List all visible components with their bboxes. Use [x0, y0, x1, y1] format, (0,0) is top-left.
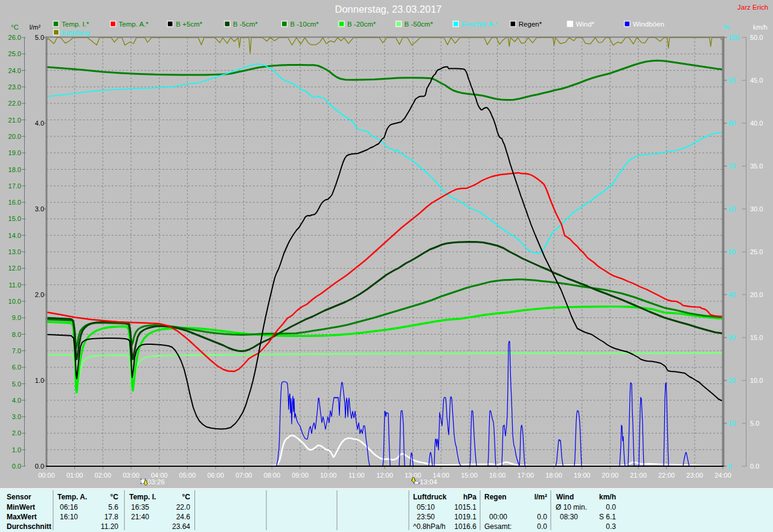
svg-text:11.20: 11.20: [101, 522, 118, 531]
svg-text:26.0: 26.0: [8, 34, 21, 41]
svg-text:19.0: 19.0: [8, 149, 21, 156]
svg-text:8.0: 8.0: [12, 331, 21, 338]
svg-text:23.0: 23.0: [8, 83, 21, 91]
svg-text:5.0: 5.0: [750, 420, 759, 427]
svg-text:24.0: 24.0: [8, 67, 21, 74]
svg-text:Windböen: Windböen: [633, 21, 664, 28]
svg-text:1019.1: 1019.1: [454, 513, 476, 521]
svg-text:40: 40: [728, 291, 736, 298]
svg-text:0: 0: [728, 463, 732, 470]
svg-text:06:16: 06:16: [60, 503, 78, 511]
svg-text:1.0: 1.0: [35, 377, 44, 384]
svg-text:16:35: 16:35: [131, 503, 149, 511]
svg-text:22.0: 22.0: [8, 100, 21, 107]
svg-text:B -20cm*: B -20cm*: [347, 21, 376, 28]
svg-text:16:10: 16:10: [60, 513, 78, 521]
svg-text:3.0: 3.0: [35, 205, 44, 213]
svg-text:20: 20: [728, 377, 736, 384]
svg-text:°C: °C: [182, 493, 191, 501]
svg-text:15:00: 15:00: [461, 472, 478, 479]
svg-text:2.0: 2.0: [12, 429, 21, 437]
svg-text:Sensor: Sensor: [7, 493, 31, 501]
svg-text:40.0: 40.0: [750, 120, 763, 127]
svg-text:Jarz Erich: Jarz Erich: [737, 4, 768, 11]
svg-text:50.0: 50.0: [750, 34, 763, 41]
svg-text:24:00: 24:00: [714, 472, 731, 479]
svg-text:km/h: km/h: [599, 493, 616, 501]
svg-text:l/m²: l/m²: [30, 24, 41, 31]
svg-text:Temp. I.*: Temp. I.*: [62, 21, 89, 28]
svg-text:11.0: 11.0: [8, 281, 21, 289]
svg-text:30.0: 30.0: [750, 205, 763, 213]
svg-text:25.0: 25.0: [750, 248, 763, 255]
svg-text:12.0: 12.0: [8, 264, 21, 272]
svg-text:80: 80: [728, 120, 736, 127]
svg-text:Wind*: Wind*: [576, 21, 594, 28]
svg-text:Feuchte A.*: Feuchte A.*: [461, 21, 498, 28]
svg-text:08:30: 08:30: [560, 513, 578, 521]
svg-text:0.0: 0.0: [606, 503, 616, 511]
svg-text:100: 100: [728, 34, 739, 41]
svg-text:45.0: 45.0: [750, 77, 763, 84]
svg-text:21.0: 21.0: [8, 117, 21, 124]
svg-text:5.6: 5.6: [108, 503, 118, 511]
svg-text:03:00: 03:00: [123, 472, 140, 479]
svg-text:20.0: 20.0: [8, 133, 21, 140]
svg-text:00:00: 00:00: [489, 513, 507, 521]
svg-text:B -10cm*: B -10cm*: [290, 21, 319, 28]
svg-text:05:00: 05:00: [179, 472, 196, 479]
svg-text:5.0: 5.0: [12, 380, 21, 388]
svg-text:20:00: 20:00: [602, 472, 619, 479]
svg-text:23.64: 23.64: [172, 522, 190, 531]
svg-text:18:00: 18:00: [545, 472, 562, 479]
svg-text:1.0: 1.0: [12, 446, 21, 453]
svg-text:0.0: 0.0: [12, 463, 21, 470]
svg-text:3.0: 3.0: [12, 413, 21, 420]
svg-text:10.0: 10.0: [8, 298, 21, 305]
svg-text:MinWert: MinWert: [7, 503, 35, 511]
svg-text:Empfang: Empfang: [62, 29, 89, 36]
svg-text:B -50cm*: B -50cm*: [405, 21, 434, 28]
svg-text:Gesamt:: Gesamt:: [484, 522, 512, 531]
svg-text:0.0: 0.0: [35, 463, 44, 470]
svg-text:hPa: hPa: [463, 493, 476, 501]
svg-text:16:00: 16:00: [489, 472, 506, 479]
svg-text:0.0: 0.0: [537, 522, 547, 531]
svg-text:09:00: 09:00: [292, 472, 309, 479]
svg-text:10: 10: [728, 420, 736, 427]
svg-text:06:00: 06:00: [207, 472, 224, 479]
svg-text:15.0: 15.0: [8, 215, 21, 222]
svg-text:16.0: 16.0: [8, 199, 21, 206]
svg-text:50: 50: [728, 248, 736, 255]
svg-text:°C: °C: [111, 493, 119, 501]
svg-text:^0.8hPa/h: ^0.8hPa/h: [413, 522, 446, 531]
svg-text:10.0: 10.0: [750, 377, 763, 384]
svg-text:18.0: 18.0: [8, 166, 21, 173]
svg-text:%: %: [723, 24, 730, 31]
svg-text:14.0: 14.0: [8, 232, 21, 239]
svg-text:MaxWert: MaxWert: [7, 513, 37, 521]
svg-text:23:00: 23:00: [687, 472, 704, 479]
svg-text:23:50: 23:50: [417, 513, 435, 521]
svg-text:B -5cm*: B -5cm*: [233, 21, 258, 28]
svg-text:0.3: 0.3: [606, 522, 616, 531]
svg-text:Regen*: Regen*: [519, 21, 542, 28]
svg-text:13.0: 13.0: [8, 248, 21, 255]
svg-text:08:00: 08:00: [264, 472, 281, 479]
svg-text:km/h: km/h: [753, 24, 768, 31]
svg-text:Temp. A.*: Temp. A.*: [119, 21, 149, 28]
svg-text:90: 90: [728, 77, 736, 84]
svg-text:Ø 10 min.: Ø 10 min.: [556, 503, 587, 511]
svg-text:l/m²: l/m²: [534, 493, 547, 501]
svg-text:07:00: 07:00: [236, 472, 252, 479]
svg-text:4.0: 4.0: [12, 397, 21, 404]
svg-text:0.0: 0.0: [750, 463, 759, 470]
svg-text:20.0: 20.0: [750, 291, 763, 298]
svg-text:S 6.1: S 6.1: [599, 513, 616, 521]
svg-text:05:10: 05:10: [417, 503, 435, 511]
svg-text:5.0: 5.0: [35, 34, 44, 41]
svg-text:Donnerstag, 23.03.2017: Donnerstag, 23.03.2017: [335, 4, 441, 14]
svg-text:02:00: 02:00: [95, 472, 112, 479]
svg-text:1015.1: 1015.1: [454, 503, 476, 511]
svg-text:11:00: 11:00: [348, 472, 365, 479]
